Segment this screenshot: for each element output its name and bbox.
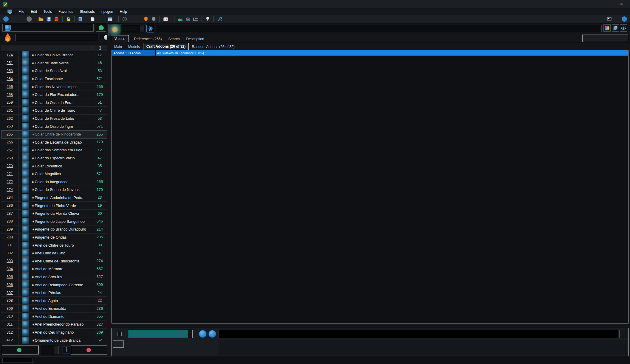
table-view-icon[interactable] <box>107 16 113 22</box>
subtab-main[interactable]: Main <box>111 43 125 50</box>
item-id-link[interactable]: 303 <box>1 257 18 265</box>
list-item[interactable]: 303∗Anel Chifre de Rinoceronte274 <box>1 257 107 265</box>
list-item[interactable]: 306∗Anel do Relâmpago-Corrente309 <box>1 281 107 289</box>
list-item[interactable]: 312∗Anel do Céu Imaginário309 <box>1 329 107 337</box>
item-id-link[interactable]: 253 <box>1 67 18 75</box>
list-item[interactable]: 309∗Anel de Esmeralda236 <box>1 305 107 313</box>
list-item[interactable]: 311∗Anel Preenchedor do Paraíso327 <box>1 321 107 329</box>
item-id-link[interactable]: 307 <box>1 289 18 297</box>
addons-editor-button[interactable] <box>582 35 628 42</box>
list-item[interactable]: 253∗Colar de Seda Azul53 <box>1 67 107 75</box>
tab-values[interactable]: Values <box>111 35 129 42</box>
editor-value-input[interactable] <box>128 330 188 338</box>
item-id-link[interactable]: 259 <box>1 99 18 107</box>
lock-icon[interactable] <box>66 16 71 22</box>
list-item[interactable]: 308∗Anel de Agata22 <box>1 297 107 305</box>
refresh-button[interactable] <box>622 16 627 22</box>
subtab-random-addons-25-of-32[interactable]: Random Addons (25 of 32) <box>189 43 238 50</box>
list-item[interactable]: 256∗Colar das Nuvens Limpas255 <box>1 83 107 91</box>
item-id-link[interactable]: 254 <box>1 75 18 83</box>
menu-item-tools[interactable]: Tools <box>40 10 55 14</box>
nav-back-button[interactable] <box>3 16 9 22</box>
spinner-up-icon[interactable] <box>140 25 144 29</box>
3d-objects-icon[interactable] <box>177 16 183 22</box>
addon-row-value[interactable]: 408 (Maximum Endurance +50%) <box>156 50 628 56</box>
item-id-link[interactable]: 262 <box>1 115 18 122</box>
close-button[interactable]: ✕ <box>613 0 630 8</box>
item-id-link[interactable]: 309 <box>1 305 18 312</box>
item-id-link[interactable]: 263 <box>1 122 18 130</box>
item-id-link[interactable]: 287 <box>1 210 18 217</box>
subtab-models[interactable]: Models <box>125 43 143 50</box>
item-id-link[interactable]: 290 <box>1 234 18 241</box>
list-item[interactable]: 289∗Pingente do Branco Duradouro214 <box>1 225 107 234</box>
delete-button[interactable] <box>71 346 109 354</box>
add-button[interactable] <box>2 346 39 354</box>
tab-references-255[interactable]: +References (255) <box>129 36 165 42</box>
item-id-link[interactable]: 284 <box>1 194 18 202</box>
list-item[interactable]: 305∗Anel do Arco-Íris327 <box>1 273 107 281</box>
list-item[interactable]: 310∗Anel de Diamante655 <box>1 313 107 321</box>
item-id-link[interactable]: 258 <box>1 91 18 99</box>
item-id-link[interactable]: 312 <box>1 329 18 336</box>
list-item[interactable]: 262∗Colar de Presa de Lobo53 <box>1 115 107 123</box>
chip-icon[interactable] <box>185 16 191 22</box>
item-id-link[interactable]: 289 <box>1 225 18 233</box>
list-item[interactable]: 258∗Colar da Flor Encantadora179 <box>1 91 107 99</box>
item-id-spinner[interactable] <box>122 25 144 32</box>
database-icon[interactable] <box>54 16 59 22</box>
nav-forward-button[interactable] <box>26 16 32 22</box>
search-input[interactable] <box>16 34 98 41</box>
item-id-link[interactable]: 286 <box>1 202 18 209</box>
list-item[interactable]: 274∗Colar do Sonho de Nuvens179 <box>1 186 107 194</box>
addon-row[interactable]: Addons 1 ID Addon:408 (Maximum Endurance… <box>112 50 628 56</box>
spinner-up-icon[interactable] <box>54 346 58 350</box>
save-icon[interactable] <box>46 16 52 22</box>
list-item[interactable]: 286∗Pingente do Pinho Verde19 <box>1 202 107 210</box>
list-item[interactable]: 261∗Colar de Chifre de Touro47 <box>1 107 107 115</box>
tools-icon[interactable] <box>217 16 222 22</box>
spinner-down-icon[interactable] <box>140 29 144 32</box>
menu-item-edit[interactable]: Edit <box>27 10 40 14</box>
list-item[interactable]: 307∗Anel de Pérolas24 <box>1 289 107 297</box>
load-list-button[interactable] <box>96 24 106 32</box>
new-id-spinner[interactable] <box>42 346 58 354</box>
list-item[interactable]: 412∗Ornamento de Jade Branca62 <box>1 336 107 344</box>
item-id-link[interactable]: 274 <box>1 186 18 194</box>
item-id-link[interactable]: 272 <box>1 178 18 186</box>
list-item[interactable]: 284∗Pingente Andorinha de Pedra23 <box>1 194 107 202</box>
item-id-link[interactable]: 306 <box>1 281 18 289</box>
tab-search[interactable]: Search <box>165 36 183 42</box>
item-id-link[interactable]: 174 <box>1 51 18 59</box>
computer-icon[interactable] <box>7 10 12 14</box>
list-item[interactable]: 304∗Anel de Mármore657 <box>1 265 107 273</box>
list-item[interactable]: 270∗Colar Excêntrico35 <box>1 162 107 170</box>
category-dropdown[interactable] <box>2 24 94 32</box>
minimize-button[interactable] <box>579 0 596 8</box>
item-id-link[interactable]: 301 <box>1 241 18 249</box>
spinner-down-icon[interactable] <box>188 334 192 338</box>
item-id-link[interactable]: 412 <box>1 336 18 344</box>
list-item[interactable]: 254∗Colar Fascinante571 <box>1 75 107 83</box>
item-id-link[interactable]: 308 <box>1 297 18 304</box>
editor-checkbox[interactable] <box>117 332 122 336</box>
tab-description[interactable]: Description <box>183 36 208 42</box>
folder-outline-icon[interactable] <box>193 16 199 22</box>
item-id-link[interactable]: 302 <box>1 249 18 257</box>
item-id-link[interactable]: 256 <box>1 83 18 91</box>
list-item[interactable]: 288∗Pingente de Jaspe Sanguíneo646 <box>1 217 107 225</box>
search-option-checkbox[interactable] <box>100 36 104 40</box>
list-item[interactable]: 266∗Colar de Escama de Dragão179 <box>1 139 107 147</box>
item-id-link[interactable]: 251 <box>1 59 18 67</box>
menu-item-help[interactable]: Help <box>116 10 130 14</box>
subtab-craft-addons-26-of-32[interactable]: Craft Addons (26 of 32) <box>143 43 189 50</box>
list-item[interactable]: 302∗Anel Olho de Gato31 <box>1 249 107 257</box>
item-id-link[interactable]: 265 <box>1 130 18 138</box>
spinner-down-icon[interactable] <box>54 350 58 354</box>
goto-id-button[interactable] <box>146 25 154 32</box>
compare-mode-dropdown[interactable] <box>113 340 124 348</box>
apply-right-button[interactable] <box>208 330 216 338</box>
list-item[interactable]: 251∗Colar de Jade Verde46 <box>1 59 107 67</box>
spinner-arrows[interactable] <box>54 346 58 354</box>
column-header-count[interactable] <box>92 46 107 50</box>
